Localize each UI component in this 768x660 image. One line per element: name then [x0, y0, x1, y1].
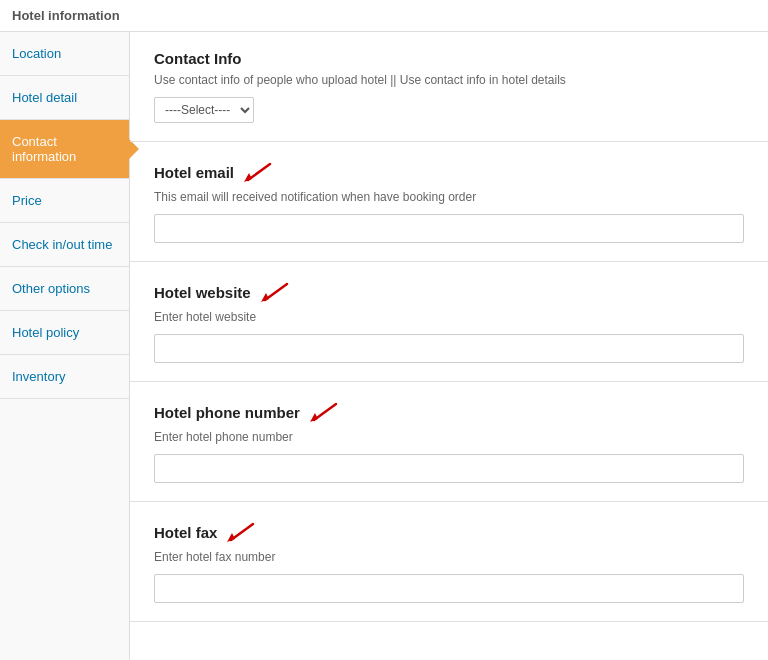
- main-content: Contact InfoUse contact info of people w…: [130, 32, 768, 660]
- arrow-annotation-icon: [308, 400, 340, 424]
- section-desc-hotel-website: Enter hotel website: [154, 310, 744, 324]
- page-header: Hotel information: [0, 0, 768, 32]
- sidebar: LocationHotel detailContact informationP…: [0, 32, 130, 660]
- input-hotel-email[interactable]: [154, 214, 744, 243]
- section-hotel-website: Hotel website Enter hotel website: [130, 262, 768, 382]
- sidebar-item-other-options[interactable]: Other options: [0, 267, 129, 311]
- select-row-contact-info: ----Select----: [154, 97, 744, 123]
- sidebar-item-inventory[interactable]: Inventory: [0, 355, 129, 399]
- section-hotel-fax: Hotel fax Enter hotel fax number: [130, 502, 768, 622]
- arrow-annotation-icon: [225, 520, 257, 544]
- sidebar-item-check-in-out-time[interactable]: Check in/out time: [0, 223, 129, 267]
- svg-line-6: [231, 524, 253, 540]
- sidebar-item-location[interactable]: Location: [0, 32, 129, 76]
- select-contact-info[interactable]: ----Select----: [154, 97, 254, 123]
- section-title-hotel-website: Hotel website: [154, 280, 744, 304]
- content-area: LocationHotel detailContact informationP…: [0, 32, 768, 660]
- input-hotel-fax[interactable]: [154, 574, 744, 603]
- arrow-annotation-icon: [259, 280, 291, 304]
- section-hotel-email: Hotel email This email will received not…: [130, 142, 768, 262]
- page-wrapper: Hotel information LocationHotel detailCo…: [0, 0, 768, 660]
- arrow-annotation-icon: [242, 160, 274, 184]
- sidebar-item-contact-information[interactable]: Contact information: [0, 120, 129, 179]
- section-title-text-hotel-fax: Hotel fax: [154, 524, 217, 541]
- section-title-contact-info: Contact Info: [154, 50, 744, 67]
- section-title-hotel-fax: Hotel fax: [154, 520, 744, 544]
- section-title-hotel-phone-number: Hotel phone number: [154, 400, 744, 424]
- section-title-text-hotel-phone-number: Hotel phone number: [154, 404, 300, 421]
- section-title-text-hotel-email: Hotel email: [154, 164, 234, 181]
- section-desc-hotel-email: This email will received notification wh…: [154, 190, 744, 204]
- sidebar-item-hotel-policy[interactable]: Hotel policy: [0, 311, 129, 355]
- sidebar-item-price[interactable]: Price: [0, 179, 129, 223]
- section-title-text-hotel-website: Hotel website: [154, 284, 251, 301]
- input-hotel-website[interactable]: [154, 334, 744, 363]
- section-title-text-contact-info: Contact Info: [154, 50, 242, 67]
- section-title-hotel-email: Hotel email: [154, 160, 744, 184]
- section-hotel-phone-number: Hotel phone number Enter hotel phone num…: [130, 382, 768, 502]
- page-title: Hotel information: [12, 8, 120, 23]
- sidebar-item-hotel-detail[interactable]: Hotel detail: [0, 76, 129, 120]
- section-contact-info: Contact InfoUse contact info of people w…: [130, 32, 768, 142]
- section-desc-hotel-fax: Enter hotel fax number: [154, 550, 744, 564]
- section-desc-hotel-phone-number: Enter hotel phone number: [154, 430, 744, 444]
- input-hotel-phone-number[interactable]: [154, 454, 744, 483]
- section-desc-contact-info: Use contact info of people who upload ho…: [154, 73, 744, 87]
